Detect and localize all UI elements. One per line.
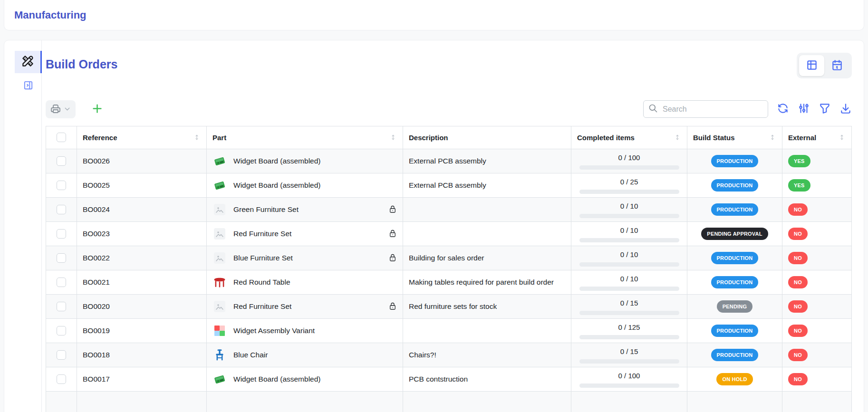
row-checkbox[interactable]: [57, 326, 66, 335]
description-cell: [403, 318, 571, 343]
build-status-cell: PRODUCTION: [687, 246, 782, 270]
build-orders-table: ReferencePartDescriptionCompleted itemsB…: [46, 126, 852, 412]
part-cell: Red Furniture Set: [207, 221, 403, 246]
completed-count: 0 / 15: [577, 346, 681, 357]
table-row[interactable]: BO0017Widget Board (assembled)PCB contst…: [46, 367, 852, 391]
part-name: Green Furniture Set: [233, 204, 299, 215]
search-icon: [648, 104, 658, 115]
external-badge: NO: [788, 349, 808, 361]
sidebar-expand-button[interactable]: [15, 78, 42, 94]
sort-icon[interactable]: [769, 134, 776, 141]
app-header: Manufacturing: [4, 0, 864, 30]
row-checkbox[interactable]: [57, 205, 66, 214]
build-orders-panel: Build Orders: [4, 40, 864, 412]
build-status-cell: PRODUCTION: [687, 343, 782, 367]
column-header-reference[interactable]: Reference: [77, 126, 207, 149]
adjust-columns-button[interactable]: [798, 102, 810, 116]
column-header-external[interactable]: External: [782, 126, 852, 149]
row-checkbox[interactable]: [57, 278, 66, 287]
column-label: Description: [409, 134, 448, 142]
table-action-icons: [777, 102, 852, 116]
progress-bar: [579, 287, 679, 291]
table-row[interactable]: BO0020Red Furniture SetRed furniture set…: [46, 294, 852, 318]
build-status-badge: PRODUCTION: [711, 349, 759, 361]
build-status-badge: PRODUCTION: [711, 276, 759, 288]
external-cell: NO: [782, 343, 852, 367]
refresh-button[interactable]: [777, 102, 789, 116]
row-checkbox[interactable]: [57, 156, 66, 166]
row-select-cell: [46, 318, 77, 343]
progress-bar: [579, 165, 679, 170]
reference-cell: BO0026: [77, 149, 207, 173]
part-name: Widget Board (assembled): [233, 155, 321, 166]
external-badge: YES: [788, 155, 810, 167]
part-cell: Widget Board (assembled): [207, 173, 403, 197]
completed-items-cell: 0 / 10: [571, 270, 687, 294]
row-checkbox[interactable]: [57, 302, 66, 311]
external-cell: NO: [782, 294, 852, 318]
table-row[interactable]: BO0019Widget Assembly Variant0 / 125PROD…: [46, 318, 852, 343]
row-checkbox[interactable]: [57, 253, 66, 263]
description-cell: [403, 197, 571, 221]
table-row[interactable]: BO0026Widget Board (assembled)External P…: [46, 149, 852, 173]
part-cell: Green Furniture Set: [207, 197, 403, 221]
table-row[interactable]: BO0025Widget Board (assembled)External P…: [46, 173, 852, 197]
filter-button[interactable]: [819, 102, 831, 116]
table-row[interactable]: BO0023Red Furniture Set0 / 10PENDING APP…: [46, 221, 852, 246]
external-cell: NO: [782, 367, 852, 391]
progress-bar: [579, 359, 679, 364]
description-cell: PCB contstruction: [403, 367, 571, 391]
download-button[interactable]: [839, 102, 852, 116]
row-select-cell: [46, 197, 77, 221]
progress-bar: [579, 238, 679, 242]
table-row[interactable]: BO0018Blue ChairChairs?!0 / 15PRODUCTION…: [46, 343, 852, 367]
completed-count: 0 / 10: [577, 201, 681, 212]
part-cell: Blue Furniture Set: [207, 246, 403, 270]
external-badge: NO: [788, 373, 808, 385]
sidebar-item-build-orders[interactable]: [15, 51, 42, 73]
blue-chair-thumbnail: [212, 348, 227, 362]
table-view-button[interactable]: [799, 55, 824, 76]
sort-icon[interactable]: [389, 134, 397, 141]
calendar-icon: [831, 59, 843, 73]
row-checkbox[interactable]: [57, 181, 66, 190]
image-placeholder-icon: [212, 251, 227, 265]
calendar-view-button[interactable]: [824, 55, 849, 76]
table-row[interactable]: BO0024Green Furniture Set0 / 10PRODUCTIO…: [46, 197, 852, 221]
row-checkbox[interactable]: [57, 229, 66, 239]
build-status-cell: ON HOLD: [687, 367, 782, 391]
lock-icon: [388, 254, 397, 262]
reference-cell: BO0021: [77, 270, 207, 294]
table-row[interactable]: BO0021Red Round TableMaking tables requi…: [46, 270, 852, 294]
search-input[interactable]: [662, 105, 763, 114]
reference-cell: BO0024: [77, 197, 207, 221]
external-cell: NO: [782, 270, 852, 294]
build-reference: BO0025: [83, 181, 110, 189]
add-build-order-button[interactable]: [91, 102, 104, 116]
build-status-badge: ON HOLD: [716, 373, 752, 385]
build-reference: BO0021: [83, 278, 110, 286]
search-box: [643, 100, 768, 118]
row-checkbox[interactable]: [57, 350, 66, 360]
column-header-description: Description: [403, 126, 571, 149]
sort-icon[interactable]: [674, 134, 681, 141]
sort-icon[interactable]: [838, 134, 846, 141]
column-header-part[interactable]: Part: [207, 126, 403, 149]
build-reference: BO0023: [83, 230, 110, 238]
reference-cell: BO0023: [77, 221, 207, 246]
sort-icon[interactable]: [193, 134, 201, 141]
table-row[interactable]: BO0022Blue Furniture SetBuilding for sal…: [46, 246, 852, 270]
build-reference: BO0022: [83, 254, 110, 262]
print-actions-button[interactable]: [46, 100, 76, 118]
completed-items-cell: 0 / 125: [571, 318, 687, 343]
select-all-checkbox[interactable]: [57, 133, 66, 142]
progress-bar: [579, 214, 679, 218]
view-mode-toggle: [797, 53, 852, 78]
column-header-build-status[interactable]: Build Status: [687, 126, 782, 149]
external-badge: NO: [788, 300, 808, 313]
external-badge: NO: [788, 228, 808, 240]
part-name: Blue Furniture Set: [233, 252, 293, 263]
row-checkbox[interactable]: [57, 374, 66, 384]
column-header-completed-items[interactable]: Completed items: [571, 126, 687, 149]
external-cell: YES: [782, 149, 852, 173]
